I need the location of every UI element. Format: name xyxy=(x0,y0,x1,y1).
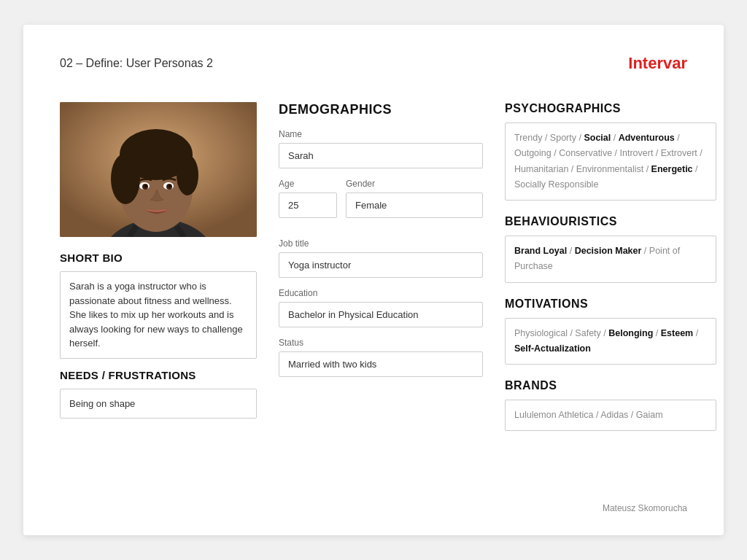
psycho-plain1: Trendy / Sporty / xyxy=(514,133,584,143)
education-label: Education xyxy=(279,288,483,298)
motivations-box: Physiological / Safety / Belonging / Est… xyxy=(505,318,716,365)
age-field[interactable]: 25 xyxy=(279,192,337,218)
motiv-mid1: / xyxy=(653,328,660,338)
gender-group: Gender Female xyxy=(346,179,483,228)
needs-text: Being on shape xyxy=(60,389,257,419)
job-field[interactable]: Yoga instructor xyxy=(279,252,483,278)
svg-point-7 xyxy=(177,155,198,195)
svg-point-13 xyxy=(144,184,147,187)
logo: Intervar xyxy=(628,54,687,73)
psychographics-box: Trendy / Sporty / Social / Adventurous /… xyxy=(505,122,716,201)
motiv-plain1: Physiological / Safety / xyxy=(514,328,608,338)
age-group: Age 25 xyxy=(279,179,337,228)
name-label: Name xyxy=(279,129,483,139)
demographics-column: DEMOGRAPHICS Name Sarah Age 25 Gender Fe… xyxy=(279,102,483,446)
psycho-bold3: Energetic xyxy=(651,164,693,174)
header: 02 – Define: User Personas 2 Intervar xyxy=(60,54,687,73)
short-bio-text: Sarah is a yoga instructor who is passio… xyxy=(60,271,257,359)
behav-bold1: Brand Loyal xyxy=(514,246,567,256)
motiv-bold1: Belonging xyxy=(608,328,653,338)
age-label: Age xyxy=(279,179,337,189)
motiv-bold3: Self-Actualization xyxy=(514,343,591,354)
demographics-title: DEMOGRAPHICS xyxy=(279,102,483,117)
psycho-bold1: Social xyxy=(584,133,611,143)
behaviouristics-title: BEHAVIOURISTICS xyxy=(505,215,716,228)
svg-point-14 xyxy=(169,184,171,187)
education-field[interactable]: Bachelor in Physical Education xyxy=(279,302,483,327)
psychographics-title: PSYCHOGRAPHICS xyxy=(505,102,716,115)
motiv-bold2: Esteem xyxy=(661,328,693,338)
motiv-mid2: / xyxy=(693,328,698,338)
logo-text: Inter xyxy=(628,54,663,72)
status-label: Status xyxy=(279,338,483,348)
behaviouristics-box: Brand Loyal / Decision Maker / Point of … xyxy=(505,236,716,283)
persona-photo xyxy=(60,102,257,237)
psycho-mid1: / xyxy=(611,133,618,143)
gender-label: Gender xyxy=(346,179,483,189)
page-title: 02 – Define: User Personas 2 xyxy=(60,57,213,70)
motivations-title: MOTIVATIONS xyxy=(505,298,716,311)
name-field[interactable]: Sarah xyxy=(279,143,483,168)
logo-accent: var xyxy=(663,54,687,72)
svg-point-8 xyxy=(155,136,181,156)
status-field[interactable]: Married with two kids xyxy=(279,351,483,377)
svg-point-6 xyxy=(111,153,140,204)
brands-title: BRANDS xyxy=(505,379,716,392)
age-gender-row: Age 25 Gender Female xyxy=(279,179,483,228)
short-bio-title: SHORT BIO xyxy=(60,252,257,264)
footer-credit: Mateusz Skomorucha xyxy=(603,503,687,513)
needs-title: NEEDS / FRUSTRATIONS xyxy=(60,369,257,381)
job-label: Job title xyxy=(279,238,483,249)
gender-field[interactable]: Female xyxy=(346,192,483,218)
behav-bold2: Decision Maker xyxy=(575,246,642,256)
right-column: PSYCHOGRAPHICS Trendy / Sporty / Social … xyxy=(505,102,716,446)
main-content: SHORT BIO Sarah is a yoga instructor who… xyxy=(60,102,687,446)
behav-mid1: / xyxy=(567,246,574,256)
psycho-bold2: Adventurous xyxy=(619,133,675,143)
left-column: SHORT BIO Sarah is a yoga instructor who… xyxy=(60,102,257,446)
slide: 02 – Define: User Personas 2 Intervar xyxy=(23,25,724,535)
brands-box: Lululemon Athletica / Adidas / Gaiam xyxy=(505,400,716,431)
